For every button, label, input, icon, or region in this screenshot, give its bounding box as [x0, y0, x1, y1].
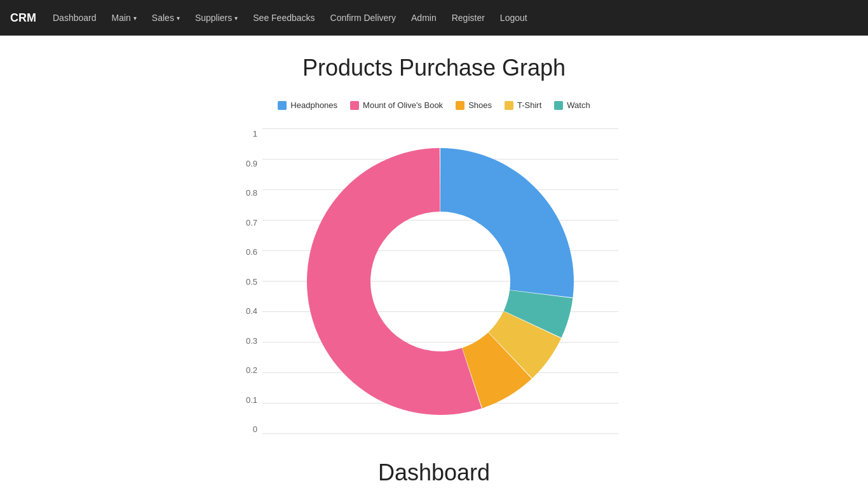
brand-logo: CRM	[10, 11, 36, 25]
legend-label: Mount of Olive's Book	[363, 100, 443, 110]
legend-item: Headphones	[278, 100, 337, 110]
y-axis-label: 0.7	[246, 218, 257, 227]
legend-color	[350, 101, 359, 110]
nav-confirm-delivery[interactable]: Confirm Delivery	[324, 9, 402, 27]
donut-chart	[262, 129, 618, 434]
chart-container: 00.10.20.30.40.50.60.70.80.91	[237, 116, 631, 447]
y-axis-label: 0	[253, 424, 257, 434]
chevron-down-icon: ▾	[177, 15, 180, 22]
chart-area	[262, 129, 618, 434]
chart-legend: Headphones Mount of Olive's Book Shoes T…	[278, 100, 590, 110]
legend-item: T-Shirt	[505, 100, 541, 110]
y-axis-label: 0.2	[246, 365, 257, 375]
nav-sales[interactable]: Sales ▾	[146, 9, 186, 27]
nav-register[interactable]: Register	[445, 9, 491, 27]
page-title: Products Purchase Graph	[302, 55, 566, 81]
y-axis: 00.10.20.30.40.50.60.70.80.91	[237, 129, 262, 434]
legend-label: Headphones	[290, 100, 337, 110]
nav-admin[interactable]: Admin	[405, 9, 443, 27]
y-axis-label: 1	[253, 129, 257, 139]
y-axis-label: 0.8	[246, 188, 257, 198]
nav-logout[interactable]: Logout	[494, 9, 534, 27]
chevron-down-icon: ▾	[234, 15, 238, 22]
legend-color	[278, 101, 287, 110]
legend-label: T-Shirt	[517, 100, 541, 110]
legend-item: Shoes	[456, 100, 492, 110]
nav-dashboard[interactable]: Dashboard	[46, 9, 103, 27]
y-axis-label: 0.1	[246, 395, 257, 405]
nav-main[interactable]: Main ▾	[105, 9, 143, 27]
y-axis-label: 0.6	[246, 247, 257, 257]
legend-color	[456, 101, 465, 110]
legend-item: Watch	[554, 100, 590, 110]
legend-label: Shoes	[468, 100, 492, 110]
legend-label: Watch	[567, 100, 590, 110]
nav-see-feedbacks[interactable]: See Feedbacks	[247, 9, 321, 27]
y-axis-label: 0.5	[246, 277, 257, 287]
legend-color	[505, 101, 513, 110]
navbar: CRM Dashboard Main ▾ Sales ▾ Suppliers ▾…	[0, 0, 868, 36]
nav-suppliers[interactable]: Suppliers ▾	[189, 9, 244, 27]
legend-item: Mount of Olive's Book	[350, 100, 443, 110]
y-axis-label: 0.9	[246, 159, 257, 168]
donut-segment-headphones	[440, 148, 574, 297]
y-axis-label: 0.3	[246, 336, 257, 346]
dashboard-title: Dashboard	[378, 459, 490, 486]
main-content: Products Purchase Graph Headphones Mount…	[0, 36, 868, 488]
legend-color	[554, 101, 563, 110]
y-axis-label: 0.4	[246, 306, 257, 316]
chevron-down-icon: ▾	[133, 15, 137, 22]
